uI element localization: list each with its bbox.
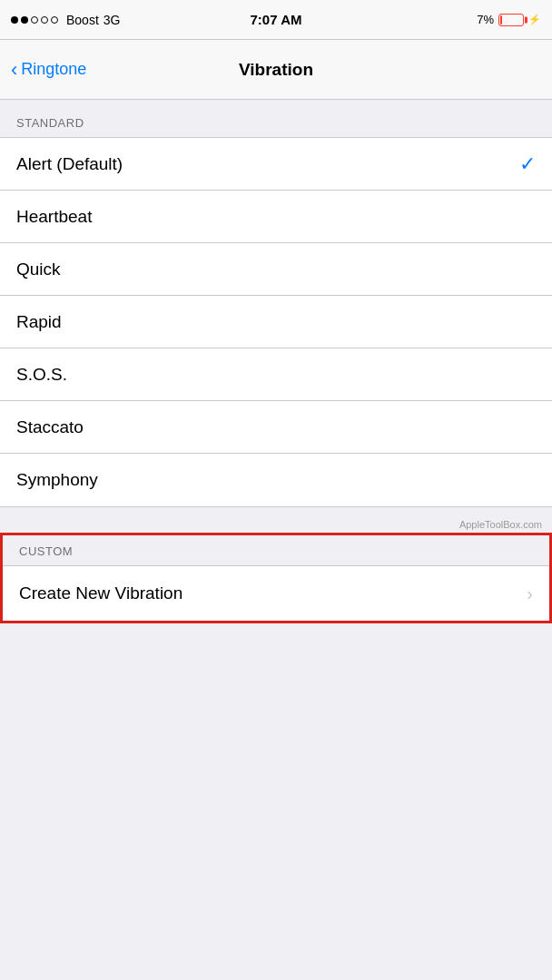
signal-dots xyxy=(11,16,58,24)
status-bar: Boost 3G 7:07 AM 7% ⚡ xyxy=(0,0,552,40)
list-item-sos[interactable]: S.O.S. xyxy=(0,348,552,401)
list-item-label-heartbeat: Heartbeat xyxy=(16,207,92,227)
network-label: 3G xyxy=(104,13,121,27)
list-item-label-create-vibration: Create New Vibration xyxy=(19,583,182,603)
content: STANDARD Alert (Default) ✓ Heartbeat Qui… xyxy=(0,100,552,623)
status-time: 7:07 AM xyxy=(251,12,302,27)
standard-section-header: STANDARD xyxy=(0,100,552,137)
signal-dot-1 xyxy=(11,16,18,24)
list-item-quick[interactable]: Quick xyxy=(0,243,552,296)
watermark-label: AppleToolBox.com xyxy=(459,519,542,530)
status-left: Boost 3G xyxy=(11,13,121,27)
nav-bar: ‹ Ringtone Vibration xyxy=(0,40,552,100)
list-item-alert[interactable]: Alert (Default) ✓ xyxy=(0,138,552,191)
signal-dot-4 xyxy=(41,16,48,24)
list-item-label-alert: Alert (Default) xyxy=(16,154,123,174)
signal-dot-5 xyxy=(51,16,58,24)
battery-percent: 7% xyxy=(477,13,494,26)
custom-section-red-border: AppleToolBox.com CUSTOM Create New Vibra… xyxy=(0,533,552,623)
standard-list-group: Alert (Default) ✓ Heartbeat Quick Rapid … xyxy=(0,137,552,507)
list-item-rapid[interactable]: Rapid xyxy=(0,296,552,348)
list-item-heartbeat[interactable]: Heartbeat xyxy=(0,191,552,243)
list-item-create-vibration[interactable]: Create New Vibration › xyxy=(3,566,549,621)
list-item-symphony[interactable]: Symphony xyxy=(0,454,552,506)
list-item-label-staccato: Staccato xyxy=(16,417,84,437)
status-right: 7% ⚡ xyxy=(477,13,541,26)
signal-dot-3 xyxy=(31,16,38,24)
chevron-right-icon: › xyxy=(527,583,533,604)
signal-dot-2 xyxy=(21,16,28,24)
back-label: Ringtone xyxy=(21,60,86,79)
carrier-label: Boost xyxy=(66,13,99,27)
list-item-label-sos: S.O.S. xyxy=(16,365,67,385)
back-button[interactable]: ‹ Ringtone xyxy=(11,60,86,80)
list-item-label-symphony: Symphony xyxy=(16,470,98,490)
custom-section-header: CUSTOM xyxy=(3,535,549,565)
list-item-staccato[interactable]: Staccato xyxy=(0,401,552,454)
back-chevron-icon: ‹ xyxy=(11,60,17,80)
battery-fill xyxy=(500,15,502,24)
battery-icon xyxy=(498,14,524,26)
nav-title: Vibration xyxy=(239,60,313,80)
list-item-label-rapid: Rapid xyxy=(16,312,62,332)
lightning-icon: ⚡ xyxy=(528,14,541,25)
custom-section-wrapper: AppleToolBox.com CUSTOM Create New Vibra… xyxy=(0,533,552,623)
checkmark-icon: ✓ xyxy=(519,152,536,176)
list-item-label-quick: Quick xyxy=(16,260,61,279)
custom-list-group: Create New Vibration › xyxy=(3,565,549,621)
